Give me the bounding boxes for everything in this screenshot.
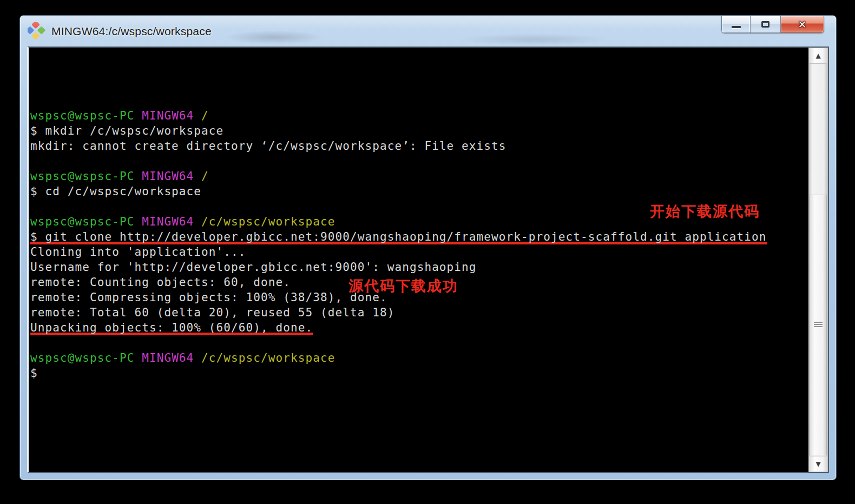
- terminal-line: $ git clone http://developer.gbicc.net:9…: [30, 229, 808, 244]
- msys2-logo-icon: [28, 22, 46, 41]
- maximize-button[interactable]: [751, 16, 781, 33]
- terminal-line: Cloning into 'application'...: [30, 244, 808, 260]
- terminal-output[interactable]: wspsc@wspsc-PC MINGW64 /$ mkdir /c/wspsc…: [29, 48, 808, 472]
- mintty-window: MINGW64:/c/wspsc/workspace ✕ wspsc@wspsc…: [19, 15, 837, 480]
- scrollbar-thumb[interactable]: [809, 195, 827, 455]
- terminal-line: [30, 335, 808, 350]
- scroll-down-arrow-icon: ▼: [815, 460, 820, 468]
- terminal-line: $ cd /c/wspsc/workspace: [30, 184, 808, 199]
- vertical-scrollbar[interactable]: ▲ ▼: [808, 48, 828, 472]
- scroll-up-arrow-icon: ▲: [815, 52, 820, 59]
- close-button[interactable]: ✕: [781, 16, 824, 33]
- annotation-download-success: 源代码下载成功: [348, 278, 458, 294]
- terminal-line: wspsc@wspsc-PC MINGW64 /: [30, 169, 808, 184]
- terminal-line: mkdir: cannot create directory ‘/c/wspsc…: [30, 138, 808, 154]
- terminal-client-area: wspsc@wspsc-PC MINGW64 /$ mkdir /c/wspsc…: [27, 47, 829, 473]
- scroll-up-button[interactable]: ▲: [808, 48, 828, 64]
- annotation-start-download: 开始下载源代码: [650, 204, 760, 219]
- terminal-line: remote: Total 60 (delta 20), reused 55 (…: [30, 305, 808, 320]
- window-controls: ✕: [721, 16, 824, 33]
- terminal-line: wspsc@wspsc-PC MINGW64 /c/wspsc/workspac…: [30, 350, 808, 366]
- window-title: MINGW64:/c/wspsc/workspace: [51, 25, 212, 38]
- terminal-line: [30, 154, 808, 169]
- terminal-line: $ mkdir /c/wspsc/workspace: [30, 123, 808, 138]
- scroll-down-button[interactable]: ▼: [808, 456, 828, 472]
- close-icon: ✕: [798, 19, 807, 30]
- minimize-icon: [732, 26, 741, 28]
- terminal-line: Username for 'http://developer.gbicc.net…: [30, 260, 808, 275]
- title-bar[interactable]: MINGW64:/c/wspsc/workspace: [20, 16, 836, 47]
- desktop: { "window": { "title": "MINGW64:/c/wspsc…: [0, 0, 855, 504]
- scrollbar-grip-icon: [814, 322, 823, 328]
- terminal-line: $: [30, 366, 808, 381]
- terminal-line: Unpacking objects: 100% (60/60), done.: [30, 320, 808, 335]
- maximize-icon: [761, 21, 770, 28]
- terminal-line: wspsc@wspsc-PC MINGW64 /: [30, 108, 808, 123]
- minimize-button[interactable]: [721, 16, 751, 33]
